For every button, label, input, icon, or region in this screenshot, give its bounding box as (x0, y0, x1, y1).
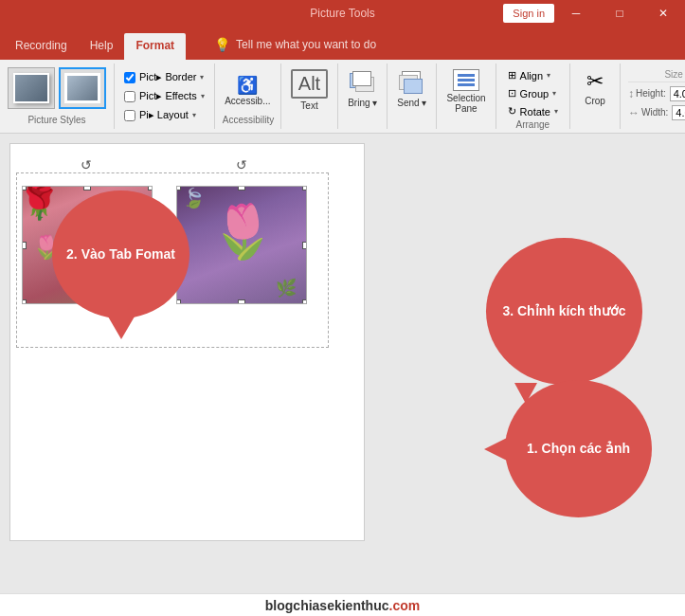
lightbulb-icon: 💡 (214, 37, 230, 52)
align-btn[interactable]: ⊞ Align ▾ (504, 67, 562, 83)
rotate-handle-2[interactable]: ↺ (236, 157, 247, 172)
selection-pane-icon (453, 69, 479, 91)
slide-canvas: 🌹 🌸 🌷 🌸 🌹 ↺ 🌷 🍃 🌿 (9, 143, 365, 541)
handle-br2 (302, 299, 307, 304)
picture-layout-checkbox[interactable] (124, 110, 135, 121)
selection-pane-group: SelectionPane (437, 63, 496, 129)
style-thumb-2[interactable] (59, 67, 106, 109)
tab-help[interactable]: Help (79, 33, 125, 60)
bring-forward-group: Bring ▾ (338, 63, 388, 129)
size-group-label: Size (628, 69, 685, 82)
watermark-suffix: .com (389, 598, 421, 613)
handle-tm2 (238, 186, 245, 190)
bring-forward-icon (350, 69, 376, 96)
alt-text-icon: Alt (291, 69, 328, 99)
handle-tl (22, 186, 27, 190)
alt-text-label: Text (300, 100, 317, 111)
height-icon: ↕ (628, 87, 634, 100)
size-group: Size ↕ Height: ↔ Width: (621, 63, 685, 129)
accessibility-label: Accessibility (223, 115, 273, 125)
handle-tl2 (176, 186, 181, 190)
crop-btn[interactable]: ✂ Crop (578, 67, 612, 108)
height-row: ↕ Height: (628, 86, 685, 101)
crop-group: ✂ Crop (570, 63, 621, 129)
send-backward-btn[interactable]: Send ▾ (393, 67, 430, 110)
picture-options-group: Pict▸ Border ▾ Pict▸ Effects ▾ Pi▸ Layou… (115, 63, 215, 129)
arrange-group: ⊞ Align ▾ ⊡ Group ▾ ↻ Rotate ▾ Arrange (496, 63, 570, 129)
height-input[interactable] (670, 86, 685, 101)
handle-bm2 (238, 299, 245, 304)
flower-image-2[interactable]: 🌷 🍃 🌿 (176, 186, 307, 304)
tab-recording[interactable]: Recording (4, 33, 79, 60)
crop-icon: ✂ (586, 69, 604, 94)
width-input[interactable] (672, 105, 685, 120)
callout-select-text: 1. Chọn các ảnh (517, 430, 640, 466)
bring-forward-btn[interactable]: Bring ▾ (344, 67, 381, 110)
watermark-text: blogchiasekienthuc.com (265, 598, 420, 613)
alt-text-group: Alt Text (281, 63, 338, 129)
picture-effects-checkbox[interactable] (124, 91, 135, 102)
tab-bar: Recording Help Format 💡 Tell me what you… (0, 27, 685, 60)
picture-styles-label: Picture Styles (8, 115, 106, 125)
selection-pane-btn[interactable]: SelectionPane (442, 67, 489, 116)
callout-format: 2. Vào Tab Fomat (52, 190, 189, 318)
width-icon: ↔ (628, 106, 640, 119)
callout-format-text: 2. Vào Tab Fomat (57, 236, 185, 272)
accessibility-group: ♿ Accessib... Accessibility (215, 63, 281, 129)
picture-border-checkbox[interactable] (124, 72, 135, 83)
title-bar-text: Picture Tools (310, 7, 374, 20)
style-thumbs (8, 67, 106, 109)
tab-format[interactable]: Format (124, 33, 186, 60)
alt-text-btn[interactable]: Alt Text (287, 67, 332, 113)
width-row: ↔ Width: (628, 105, 685, 120)
handle-tr (148, 186, 153, 190)
height-label: Height: (636, 88, 666, 99)
send-backward-icon (399, 69, 425, 96)
close-button[interactable]: ✕ (641, 0, 685, 27)
watermark-bar: blogchiasekienthuc.com (0, 593, 685, 616)
tell-me-area[interactable]: 💡 Tell me what you want to do (205, 33, 386, 60)
canvas-area: 🌹 🌸 🌷 🌸 🌹 ↺ 🌷 🍃 🌿 (0, 134, 685, 593)
handle-lm (22, 242, 27, 249)
handle-tr2 (302, 186, 307, 190)
send-backward-group: Send ▾ (388, 63, 437, 129)
rotate-btn[interactable]: ↻ Rotate ▾ (504, 103, 562, 119)
picture-effects-btn[interactable]: Pict▸ Effects ▾ (120, 88, 208, 104)
maximize-button[interactable]: □ (598, 0, 641, 27)
title-bar: Picture Tools Sign in ─ □ ✕ (0, 0, 685, 27)
title-bar-controls: ─ □ ✕ (554, 0, 685, 27)
callout-size: 3. Chỉnh kích thước (486, 238, 642, 385)
callout-select: 1. Chọn các ảnh (505, 380, 652, 517)
minimize-button[interactable]: ─ (554, 0, 598, 27)
tell-me-text: Tell me what you want to do (236, 38, 376, 51)
sign-in-button[interactable]: Sign in (503, 4, 554, 23)
arrange-label: Arrange (504, 119, 562, 130)
accessibility-btn[interactable]: ♿ Accessib... (223, 75, 273, 108)
callout-size-text: 3. Chỉnh kích thước (493, 293, 635, 329)
width-label: Width: (641, 107, 668, 118)
handle-bl2 (176, 299, 181, 304)
picture-layout-btn[interactable]: Pi▸ Layout ▾ (120, 107, 208, 123)
handle-bl (22, 299, 27, 304)
style-thumb-1[interactable] (8, 67, 55, 109)
ribbon: Picture Styles Pict▸ Border ▾ Pict▸ Effe… (0, 60, 685, 134)
handle-tm (83, 186, 91, 190)
picture-styles-group: Picture Styles (0, 63, 115, 129)
accessibility-icon: ♿ (237, 77, 258, 94)
picture-border-btn[interactable]: Pict▸ Border ▾ (120, 69, 208, 85)
watermark-prefix: blogchiasekienthuc (265, 598, 389, 613)
handle-rm2 (302, 242, 307, 249)
group-btn[interactable]: ⊡ Group ▾ (504, 85, 562, 101)
rotate-handle-1[interactable]: ↺ (81, 157, 92, 172)
